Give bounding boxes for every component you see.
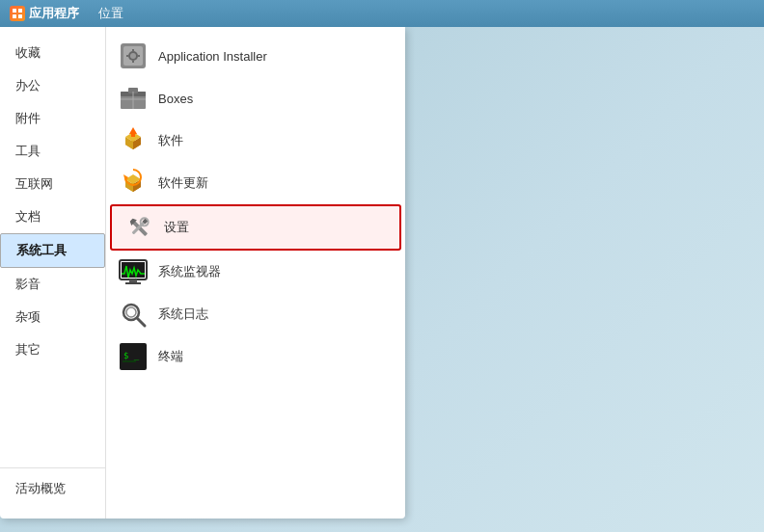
settings-icon bbox=[123, 212, 154, 243]
activity-overview-button[interactable]: 活动概览 bbox=[0, 467, 105, 509]
boxes-icon bbox=[118, 83, 149, 114]
system-log-label: 系统日志 bbox=[158, 306, 208, 323]
sidebar: 收藏 办公 附件 工具 互联网 文档 系统工具 影音 杂项 其它 活动概览 bbox=[0, 27, 106, 519]
sidebar-item-other[interactable]: 其它 bbox=[0, 333, 105, 366]
menu-item-settings[interactable]: 设置 bbox=[110, 204, 401, 251]
svg-rect-1 bbox=[18, 9, 22, 13]
svg-point-7 bbox=[130, 53, 136, 59]
app-menu-button[interactable]: 应用程序 bbox=[0, 0, 89, 27]
menu-item-terminal[interactable]: $ _ 终端 bbox=[106, 335, 405, 378]
software-label: 软件 bbox=[158, 132, 183, 149]
app-menu-label: 应用程序 bbox=[29, 5, 79, 22]
terminal-icon: $ _ bbox=[118, 341, 149, 372]
svg-point-38 bbox=[126, 307, 136, 317]
software-icon bbox=[118, 125, 149, 156]
app-menu-icon bbox=[10, 6, 25, 21]
content-area: Application Installer Boxes bbox=[106, 27, 405, 519]
menu-item-boxes[interactable]: Boxes bbox=[106, 77, 405, 120]
menu-item-app-installer[interactable]: Application Installer bbox=[106, 35, 405, 77]
menu-panel: 收藏 办公 附件 工具 互联网 文档 系统工具 影音 杂项 其它 活动概览 bbox=[0, 27, 405, 519]
menu-item-software-update[interactable]: 软件更新 bbox=[106, 162, 405, 204]
svg-rect-22 bbox=[131, 132, 135, 137]
taskbar: 应用程序 位置 bbox=[0, 0, 764, 27]
sidebar-item-office[interactable]: 办公 bbox=[0, 69, 105, 102]
sidebar-item-documents[interactable]: 文档 bbox=[0, 200, 105, 233]
svg-rect-0 bbox=[13, 9, 16, 13]
activity-overview-label: 活动概览 bbox=[15, 481, 66, 495]
sidebar-item-tools[interactable]: 工具 bbox=[0, 135, 105, 168]
software-update-label: 软件更新 bbox=[158, 174, 208, 192]
software-update-icon bbox=[118, 168, 149, 199]
svg-line-39 bbox=[137, 318, 145, 326]
terminal-label: 终端 bbox=[158, 348, 183, 365]
settings-label: 设置 bbox=[164, 219, 189, 236]
menu-item-software[interactable]: 软件 bbox=[106, 120, 405, 162]
location-label: 位置 bbox=[98, 5, 123, 22]
menu-item-system-monitor[interactable]: 系统监视器 bbox=[106, 251, 405, 293]
sidebar-item-misc[interactable]: 杂项 bbox=[0, 301, 105, 333]
app-installer-label: Application Installer bbox=[158, 49, 267, 64]
svg-rect-2 bbox=[13, 14, 16, 18]
sidebar-item-favorites[interactable]: 收藏 bbox=[0, 37, 105, 69]
sidebar-item-internet[interactable]: 互联网 bbox=[0, 168, 105, 200]
menu-item-system-log[interactable]: 系统日志 bbox=[106, 293, 405, 335]
sidebar-item-accessories[interactable]: 附件 bbox=[0, 102, 105, 135]
system-monitor-label: 系统监视器 bbox=[158, 263, 221, 280]
svg-text:$ _: $ _ bbox=[123, 351, 140, 360]
app-installer-icon bbox=[118, 40, 149, 71]
svg-rect-36 bbox=[125, 282, 141, 284]
location-button[interactable]: 位置 bbox=[89, 0, 133, 27]
sidebar-item-system-tools[interactable]: 系统工具 bbox=[0, 233, 105, 268]
svg-rect-3 bbox=[18, 14, 22, 18]
sidebar-item-media[interactable]: 影音 bbox=[0, 268, 105, 301]
system-log-icon bbox=[118, 299, 149, 330]
svg-rect-35 bbox=[129, 279, 137, 282]
system-monitor-icon bbox=[118, 256, 149, 287]
boxes-label: Boxes bbox=[158, 92, 193, 106]
